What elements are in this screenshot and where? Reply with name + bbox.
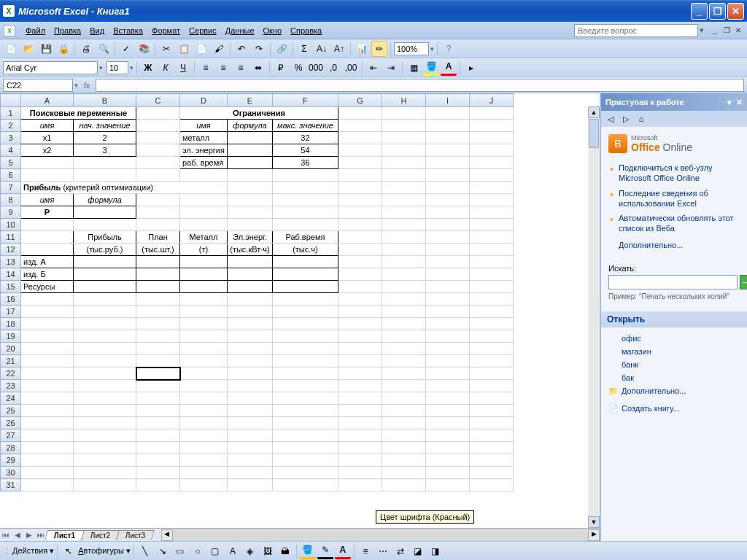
menu-edit[interactable]: Правка (50, 25, 85, 36)
print-icon[interactable]: 🖨 (78, 41, 94, 57)
thousands-icon[interactable]: 000 (308, 60, 324, 76)
col-A[interactable]: A (21, 94, 74, 107)
col-F[interactable]: F (272, 94, 338, 107)
row-1[interactable]: 1 (1, 107, 21, 120)
help-icon[interactable]: ? (441, 41, 457, 57)
sheet-tab-1[interactable]: Лист1 (44, 530, 85, 540)
mdi-restore[interactable]: ❐ (721, 26, 732, 36)
new-icon[interactable]: 📄 (3, 41, 19, 57)
tab-first-icon[interactable]: ⏮ (0, 531, 12, 539)
recent-file[interactable]: офис (608, 332, 740, 345)
more-icon[interactable]: ▸ (463, 60, 479, 76)
menu-window[interactable]: Окно (259, 25, 287, 36)
open-icon[interactable]: 📂 (20, 41, 36, 57)
wordart-icon[interactable]: A (225, 543, 241, 559)
inc-decimal-icon[interactable]: ,0 (325, 60, 341, 76)
line-color-icon[interactable]: ✎ (317, 543, 333, 559)
menu-data[interactable]: Данные (221, 25, 259, 36)
select-all[interactable] (1, 94, 21, 107)
active-cell[interactable] (136, 368, 180, 380)
shadow-icon[interactable]: ◪ (410, 543, 426, 559)
minimize-button[interactable]: _ (691, 3, 708, 20)
col-D[interactable]: D (180, 94, 228, 107)
horizontal-scrollbar[interactable]: ◀▶ (161, 529, 600, 541)
underline-icon[interactable]: Ч (175, 60, 191, 76)
col-E[interactable]: E (227, 94, 272, 107)
menu-help[interactable]: Справка (286, 25, 326, 36)
hyperlink-icon[interactable]: 🔗 (274, 41, 290, 57)
size-input[interactable] (107, 61, 128, 74)
menu-format[interactable]: Формат (147, 25, 185, 36)
rectangle-icon[interactable]: ▭ (172, 543, 188, 559)
link-connect[interactable]: Подключиться к веб-узлу Microsoft Office… (608, 160, 740, 186)
recent-file[interactable]: магазин (608, 345, 740, 358)
create-workbook[interactable]: Создать книгу... (608, 402, 740, 415)
currency-icon[interactable]: ₽ (273, 60, 289, 76)
cell[interactable] (136, 107, 180, 120)
menu-insert[interactable]: Вставка (109, 25, 147, 36)
fill-color-icon[interactable]: 🪣 (423, 60, 439, 76)
dec-decimal-icon[interactable]: ,00 (343, 60, 359, 76)
spelling-icon[interactable]: ✓ (118, 41, 134, 57)
permission-icon[interactable]: 🔒 (55, 41, 71, 57)
font-color-icon[interactable]: A (441, 60, 457, 76)
formula-input[interactable] (96, 79, 744, 92)
line-icon[interactable]: ╲ (137, 543, 153, 559)
font-color-draw-icon[interactable]: A (335, 543, 351, 559)
textbox-icon[interactable]: ▢ (207, 543, 223, 559)
forward-icon[interactable]: ▷ (619, 112, 632, 125)
redo-icon[interactable]: ↷ (251, 41, 267, 57)
select-icon[interactable]: ↖ (61, 543, 77, 559)
open-more[interactable]: Дополнительно... (608, 384, 740, 397)
sort-asc-icon[interactable]: A↓ (314, 41, 330, 57)
tab-prev-icon[interactable]: ◀ (12, 531, 23, 539)
line-style-icon[interactable]: ≡ (357, 543, 374, 559)
menu-file[interactable]: Файл (21, 25, 50, 36)
arrow-style-icon[interactable]: ⇄ (392, 543, 409, 559)
col-J[interactable]: J (469, 94, 513, 107)
undo-icon[interactable]: ↶ (233, 41, 249, 57)
borders-icon[interactable]: ▦ (406, 60, 422, 76)
oval-icon[interactable]: ○ (190, 543, 206, 559)
3d-icon[interactable]: ◨ (427, 543, 444, 559)
drawing-icon[interactable]: ✏ (371, 41, 387, 57)
percent-icon[interactable]: % (290, 60, 306, 76)
maximize-button[interactable]: ❐ (709, 3, 726, 20)
format-painter-icon[interactable]: 🖌 (211, 41, 227, 57)
doc-icon[interactable]: X (4, 25, 15, 36)
align-right-icon[interactable]: ≡ (233, 60, 249, 76)
arrow-icon[interactable]: ↘ (155, 543, 171, 559)
search-go-button[interactable]: → (740, 275, 747, 289)
dash-style-icon[interactable]: ⋯ (375, 543, 391, 559)
grid[interactable]: A B C D E F G H I J 1 Поисковые переменн… (0, 93, 514, 491)
autosum-icon[interactable]: Σ (296, 41, 312, 57)
paste-icon[interactable]: 📄 (193, 41, 209, 57)
tab-next-icon[interactable]: ▶ (23, 531, 35, 539)
col-H[interactable]: H (382, 94, 425, 107)
align-center-icon[interactable]: ≡ (215, 60, 231, 76)
search-input[interactable] (608, 275, 738, 289)
italic-icon[interactable]: К (158, 60, 174, 76)
menu-view[interactable]: Вид (85, 25, 109, 36)
autoshapes-menu[interactable]: Автофигуры ▾ (78, 546, 131, 556)
menu-tools[interactable]: Сервис (185, 25, 221, 36)
align-left-icon[interactable]: ≡ (198, 60, 214, 76)
research-icon[interactable]: 📚 (136, 41, 152, 57)
preview-icon[interactable]: 🔍 (96, 41, 112, 57)
merge-icon[interactable]: ⬌ (250, 60, 266, 76)
close-button[interactable]: ✕ (727, 3, 744, 20)
clipart-icon[interactable]: 🖼 (260, 543, 276, 559)
fx-icon[interactable]: fx (78, 81, 96, 90)
ask-input[interactable] (574, 24, 698, 37)
fill-icon[interactable]: 🪣 (300, 543, 316, 559)
cell[interactable]: Поисковые переменные (21, 107, 136, 120)
mdi-close[interactable]: ✕ (733, 26, 743, 36)
taskpane-dropdown-icon[interactable]: ▾ (727, 98, 732, 107)
sheet-tab-3[interactable]: Лист3 (117, 530, 155, 540)
link-more[interactable]: Дополнительно... (608, 236, 740, 249)
col-C[interactable]: C (136, 94, 180, 107)
actions-menu[interactable]: ДДействияействия ▾ (12, 546, 54, 556)
recent-file[interactable]: бак (608, 371, 740, 384)
col-I[interactable]: I (425, 94, 469, 107)
inc-indent-icon[interactable]: ⇥ (383, 60, 399, 76)
